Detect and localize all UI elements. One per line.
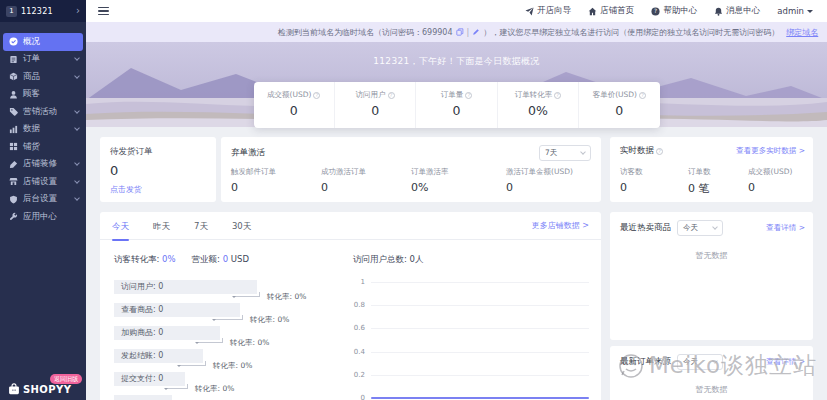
range-value: 今天 [683, 223, 698, 233]
edit-pencil-icon[interactable] [472, 28, 480, 36]
sidebar-item-label: 商品 [23, 71, 40, 83]
order-list-icon [9, 55, 18, 64]
sidebar-item-customers[interactable]: 顾客 [0, 86, 86, 104]
sidebar-item-overview[interactable]: 概况 [3, 33, 83, 51]
arrow-down-icon [212, 319, 216, 323]
help-icon[interactable] [313, 92, 320, 99]
funnel-bar-checkout: 发起结账: 0 [114, 349, 203, 363]
stat-conversion: 订单转化率 0% [497, 82, 578, 128]
menu-item-help-center[interactable]: ? 帮助中心 [651, 5, 697, 17]
tab-yesterday[interactable]: 昨天 [153, 212, 170, 240]
card-title: 最近热卖商品 [620, 222, 671, 234]
sidebar-item-data[interactable]: 数据 [0, 121, 86, 139]
question-circle-icon: ? [651, 7, 660, 16]
help-icon[interactable] [656, 148, 663, 155]
metric-activated-orders: 成功激活订单 0 [321, 167, 366, 194]
metric-visitors: 访客数 0 [620, 167, 643, 194]
revenue-value: 0 [223, 254, 228, 264]
menu-item-message-center[interactable]: 消息中心 [714, 5, 760, 17]
pending-count: 0 [110, 163, 206, 178]
range-select[interactable]: 今天 [677, 354, 723, 370]
sidebar-item-app-center[interactable]: 应用中心 [0, 208, 86, 226]
wrench-icon [9, 212, 18, 221]
stat-label: 成交额(USD) [267, 90, 311, 100]
more-realtime-link[interactable]: 查看更多实时数据 > [736, 146, 805, 156]
y-axis-tick: 0.2 [353, 371, 365, 379]
stat-label: 订单转化率 [515, 90, 553, 100]
copy-icon[interactable] [456, 28, 464, 36]
help-icon[interactable] [639, 92, 646, 99]
menu-item-store-home[interactable]: 店铺首页 [588, 5, 634, 17]
conversion-rate-label: 转化率: 0% [195, 384, 234, 394]
sidebar-item-products[interactable]: 商品 [0, 68, 86, 86]
brush-icon [9, 160, 18, 169]
user-menu[interactable]: admin [777, 6, 813, 16]
view-details-link[interactable]: 查看详情 > [766, 223, 805, 233]
gridline [371, 352, 589, 353]
menu-item-setup-guide[interactable]: 开店向导 [525, 5, 571, 17]
top-header: 开店向导 店铺首页 ? 帮助中心 消息中心 admin [86, 0, 827, 22]
conversion-rate-label: 转化率: 0% [213, 361, 252, 371]
card-title: 待发货订单 [110, 146, 206, 158]
abandoned-order-card: 弃单激活 7天 触发邮件订单 0 成功激活订单 0 订单激活率 0% 激活订单金… [221, 137, 601, 202]
card-title: 弃单激活 [231, 147, 265, 159]
conversion-rate-label: 转化率: 0% [230, 338, 269, 348]
help-icon[interactable] [465, 92, 472, 99]
stat-aov: 客单价(USD) 0 [578, 82, 659, 128]
store-switcher[interactable]: 1 112321 › [0, 0, 86, 22]
sidebar-item-label: 店铺设置 [23, 176, 57, 188]
shopping-bag-icon [8, 383, 20, 395]
store-number-badge: 1 [6, 6, 17, 17]
grid-icon [9, 142, 18, 151]
stat-value: 0% [498, 103, 578, 118]
tab-7days[interactable]: 7天 [194, 212, 208, 240]
funnel-bar-complete [114, 395, 172, 400]
person-icon [9, 90, 18, 99]
menu-item-label: 消息中心 [726, 5, 760, 17]
y-axis-tick: 0.4 [353, 348, 365, 356]
funnel-connector [259, 292, 260, 297]
sidebar-item-distribution[interactable]: 铺货 [0, 138, 86, 156]
chevron-down-icon [712, 358, 718, 364]
view-details-link[interactable]: 查看详情 > [766, 357, 805, 367]
conversion-label: 访客转化率: [114, 254, 159, 264]
sidebar-item-label: 后台设置 [23, 193, 57, 205]
empty-state-text: 暂无数据 [610, 250, 813, 261]
visitors-line-chart: 1 0.8 0.6 0.4 0.2 0 [353, 274, 589, 400]
date-tabs: 今天 昨天 7天 30天 更多店铺数据 > [100, 212, 601, 240]
sidebar-item-store-settings[interactable]: 店铺设置 [0, 173, 86, 191]
funnel-connector [198, 342, 223, 343]
chevron-down-icon [580, 149, 586, 155]
chevron-down-icon [74, 160, 80, 166]
funnel-connector [167, 388, 188, 389]
sidebar-item-label: 订单 [23, 53, 40, 65]
help-icon[interactable] [388, 92, 395, 99]
stat-label: 订单量 [441, 90, 464, 100]
ship-now-link[interactable]: 点击发货 [110, 184, 206, 195]
more-store-data-link[interactable]: 更多店铺数据 > [532, 220, 589, 231]
legacy-version-badge[interactable]: 返回旧版 [50, 374, 82, 384]
range-select[interactable]: 7天 [539, 145, 591, 161]
menu-item-label: 店铺首页 [600, 5, 634, 17]
tab-today[interactable]: 今天 [112, 212, 129, 240]
arrow-down-icon [232, 296, 236, 300]
sidebar-item-orders[interactable]: 订单 [0, 51, 86, 69]
stat-label: 访问用户 [356, 90, 386, 100]
y-axis-tick: 0.6 [353, 324, 365, 332]
sidebar-item-store-decoration[interactable]: 店铺装修 [0, 156, 86, 174]
range-select[interactable]: 今天 [677, 220, 723, 236]
sidebar-item-backend-settings[interactable]: 后台设置 [0, 191, 86, 209]
hamburger-menu-icon[interactable] [98, 5, 109, 18]
notice-text: ），建议您尽早绑定独立域名进行访问（使用绑定的独立域名访问时无需访问密码） [483, 27, 779, 38]
stat-gmv: 成交额(USD) 0 [254, 82, 334, 128]
tab-30days[interactable]: 30天 [232, 212, 251, 240]
sidebar-item-marketing[interactable]: 营销活动 [0, 103, 86, 121]
gridline [371, 328, 589, 329]
sidebar-item-label: 顾客 [23, 88, 40, 100]
revenue-unit: USD [231, 254, 249, 264]
top-menu: 开店向导 店铺首页 ? 帮助中心 消息中心 admin [525, 5, 813, 17]
bind-domain-link[interactable]: 绑定域名 [786, 27, 818, 38]
notice-text: 检测到当前域名为临时域名（访问密码：699904 [278, 27, 453, 38]
help-icon[interactable] [554, 92, 561, 99]
menu-item-label: 开店向导 [537, 5, 571, 17]
